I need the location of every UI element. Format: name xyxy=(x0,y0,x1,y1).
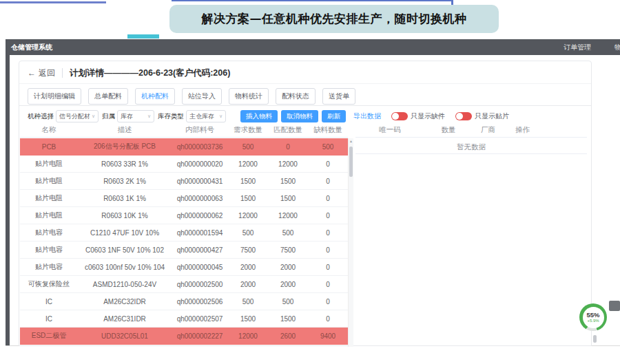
window-topbar: 仓储管理系统 订单管理物料管理 xyxy=(6,39,620,55)
toggle-switch[interactable] xyxy=(391,112,408,120)
back-row: ← 返回 计划详情————206-6-23(客户代码:206) xyxy=(28,66,230,80)
table-cell: 0 xyxy=(268,143,308,151)
table-cell: 2600 xyxy=(268,332,308,340)
progress-ring: 55% +5.9% xyxy=(579,303,607,331)
column-header: 名称 xyxy=(20,125,78,135)
table-cell: 0 xyxy=(308,229,348,237)
table-cell: 500 xyxy=(308,143,348,151)
column-header: 操作 xyxy=(504,125,541,135)
page-scrollbar-thumb[interactable] xyxy=(593,335,597,343)
table-cell: 贴片电容 xyxy=(20,228,78,237)
table-scrollbar[interactable]: ▲ xyxy=(348,138,353,347)
tab[interactable]: 总单配料 xyxy=(88,88,128,105)
table-cell: ASMD1210-050-24V xyxy=(78,281,172,288)
select-label: 归属 xyxy=(102,112,115,121)
table-cell: AM26C31IDR xyxy=(78,315,172,323)
tab[interactable]: 站位导入 xyxy=(182,88,222,105)
table-cell: c0603 100nf 50v 10% 104 xyxy=(78,264,172,271)
table-cell: AM26C32IDR xyxy=(78,298,172,306)
select-field: 机种选择信号分配材∨ xyxy=(28,110,99,122)
table-cell: IC xyxy=(20,315,78,323)
tab[interactable]: 物料统计 xyxy=(229,88,269,105)
table-cell: 500 xyxy=(268,298,308,306)
table-row[interactable]: 可恢复保险丝ASMD1210-050-24Vqh0000002500200020… xyxy=(20,276,348,293)
tab[interactable]: 机种配料 xyxy=(135,88,175,105)
toggle-switch[interactable] xyxy=(455,112,472,120)
divider xyxy=(355,153,587,154)
table-cell: 7500 xyxy=(268,246,308,254)
select[interactable]: 主仓库存∨ xyxy=(186,110,226,122)
table-row[interactable]: ICAM26C31IDRqh0000002507150015000 xyxy=(20,310,348,328)
table-cell: qh0000002507 xyxy=(172,315,228,323)
decor-cyan-bar xyxy=(127,34,159,39)
right-table-headers: 唯一码数量厂商操作 xyxy=(355,123,541,137)
window-left-edge xyxy=(6,55,10,345)
table-row[interactable]: 贴片电容C0603 1NF 50V 10% 102qh0000000427750… xyxy=(20,242,348,259)
select[interactable]: 信号分配材∨ xyxy=(56,110,99,122)
switch-knob xyxy=(392,113,399,120)
progress-inner: 55% +5.9% xyxy=(583,307,604,328)
table-row[interactable]: PCB206信号分配板 PCBqh00000037365000500 xyxy=(20,138,348,156)
table-cell: qh0000000063 xyxy=(172,195,228,202)
table-cell: 2000 xyxy=(228,281,268,288)
table-cell: 12000 xyxy=(268,212,308,220)
toolbar-button[interactable]: 刷新 xyxy=(322,110,346,122)
table-row[interactable]: 贴片电阻R0603 2K 1%qh0000000431150015000 xyxy=(20,173,348,190)
table-cell: 0 xyxy=(308,281,348,288)
decor-frame-top xyxy=(172,0,453,1)
table-row[interactable]: 贴片电阻R0603 10K 1%qh000000006212000120000 xyxy=(20,207,348,224)
topbar-nav-item[interactable]: 物料管理 xyxy=(614,39,620,55)
left-table-body: PCB206信号分配板 PCBqh00000037365000500贴片电阻R0… xyxy=(20,138,348,345)
table-row[interactable]: ESD二极管UDD32C05L01qh000000222712000260094… xyxy=(20,328,348,345)
scroll-up-icon[interactable]: ▲ xyxy=(349,139,353,143)
table-cell: qh0000000045 xyxy=(172,264,228,271)
scrollbar-thumb[interactable] xyxy=(349,147,353,177)
app-window: 仓储管理系统 订单管理物料管理 ← 返回 计划详情————206-6-23(客户… xyxy=(6,39,620,346)
page-title: 计划详情————206-6-23(客户代码:206) xyxy=(70,67,230,79)
table-cell: 12000 xyxy=(228,212,268,220)
table-cell: C0603 1NF 50V 10% 102 xyxy=(78,246,172,254)
table-cell: 2000 xyxy=(268,264,308,271)
tab[interactable]: 配料状态 xyxy=(276,88,316,105)
table-cell: 0 xyxy=(308,298,348,306)
select[interactable]: 库存∨ xyxy=(117,110,154,122)
table-row[interactable]: 贴片电阻R0603 1K 1%qh0000000063150015000 xyxy=(20,190,348,207)
table-cell: ESD二极管 xyxy=(20,331,78,341)
table-row[interactable]: 贴片电容C1210 47UF 10V 10%qh0000001594500500… xyxy=(20,224,348,242)
column-header: 唯一码 xyxy=(355,125,424,135)
divider xyxy=(19,105,591,106)
tab[interactable]: 送货单 xyxy=(322,88,355,105)
table-cell: 2000 xyxy=(228,264,268,271)
empty-state: 暂无数据 xyxy=(355,142,587,152)
table-cell: 12000 xyxy=(228,332,268,340)
table-cell: qh0000000020 xyxy=(172,160,228,168)
back-arrow-icon[interactable]: ← xyxy=(28,68,36,78)
table-cell: UDD32C05L01 xyxy=(78,332,172,340)
back-button[interactable]: 返回 xyxy=(39,67,55,79)
tabs: 计划明细编辑总单配料机种配料站位导入物料统计配料状态送货单 xyxy=(28,88,355,105)
table-cell: 1500 xyxy=(228,315,268,323)
switch-knob xyxy=(456,113,463,120)
table-cell: 1500 xyxy=(268,195,308,202)
tab[interactable]: 计划明细编辑 xyxy=(28,88,81,105)
toolbar-button[interactable]: 插入物料 xyxy=(240,110,278,122)
table-cell: qh0000000427 xyxy=(172,246,228,254)
column-header: 缺料数量 xyxy=(308,125,348,135)
export-data-button[interactable]: 导出数据 xyxy=(353,111,381,121)
table-cell: 0 xyxy=(308,195,348,202)
table-row[interactable]: ICAM26C32IDRqh00000025065005000 xyxy=(20,293,348,310)
select-label: 库存类型 xyxy=(158,112,184,121)
table-row[interactable]: 贴片电阻R0603 33R 1%qh000000002012000120000 xyxy=(20,156,348,173)
table-row[interactable]: 贴片电容c0603 100nf 50v 10% 104qh00000000452… xyxy=(20,259,348,276)
topbar-nav-item[interactable]: 订单管理 xyxy=(564,39,591,55)
corner-widget[interactable] xyxy=(609,301,620,311)
table-cell: 1500 xyxy=(228,195,268,202)
select-label: 机种选择 xyxy=(28,112,54,121)
table-cell: qh0000000431 xyxy=(172,178,228,185)
table-cell: 贴片电阻 xyxy=(20,211,78,220)
table-cell: 12000 xyxy=(228,160,268,168)
toolbar-button[interactable]: 取消物料 xyxy=(281,110,318,122)
left-table-headers: 名称描述内部料号需求数量匹配数量缺料数量 xyxy=(20,123,348,137)
select-field: 库存类型主仓库存∨ xyxy=(158,110,226,122)
table-cell: 500 xyxy=(228,143,268,151)
